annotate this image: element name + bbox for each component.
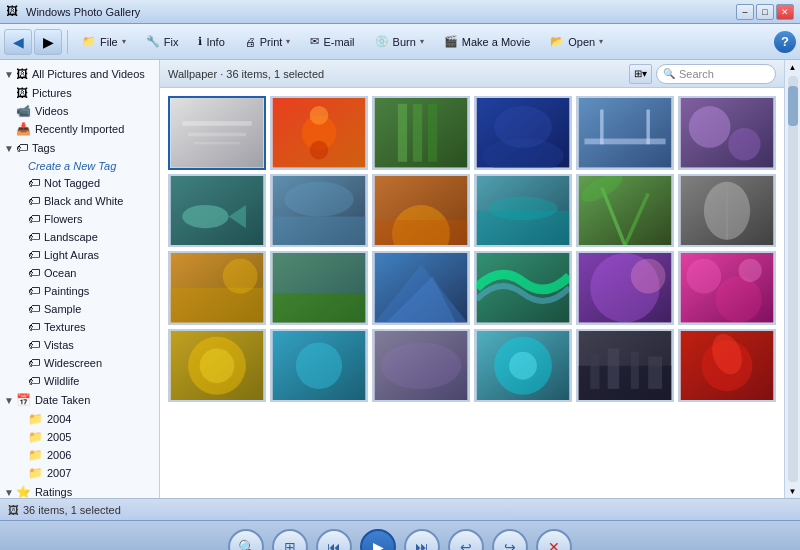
photo-thumb[interactable] xyxy=(678,96,776,170)
photo-thumb[interactable] xyxy=(168,329,266,403)
toolbar-separator-1 xyxy=(67,30,68,54)
photo-thumb[interactable] xyxy=(168,251,266,325)
sidebar-item-recently-imported[interactable]: 📥 Recently Imported xyxy=(0,120,159,138)
close-button[interactable]: ✕ xyxy=(776,4,794,20)
file-label: File xyxy=(100,36,118,48)
svg-point-70 xyxy=(509,351,537,379)
sidebar-item-landscape[interactable]: 🏷 Landscape xyxy=(0,228,159,246)
search-box[interactable]: 🔍 Search xyxy=(656,64,776,84)
open-button[interactable]: 📂 Open ▾ xyxy=(541,28,612,56)
sidebar-item-not-tagged[interactable]: 🏷 Not Tagged xyxy=(0,174,159,192)
photo-thumb[interactable] xyxy=(372,96,470,170)
svg-point-43 xyxy=(223,259,258,294)
photo-thumb[interactable] xyxy=(576,251,674,325)
next-icon: ⏭ xyxy=(415,539,429,551)
photo-thumb[interactable] xyxy=(270,329,368,403)
photo-thumb[interactable] xyxy=(168,174,266,248)
sidebar-item-vistas[interactable]: 🏷 Vistas xyxy=(0,336,159,354)
search-bottom-button[interactable]: 🔍 xyxy=(228,529,264,551)
sidebar-item-2006[interactable]: 📁 2006 xyxy=(0,446,159,464)
sidebar-item-widescreen[interactable]: 🏷 Widescreen xyxy=(0,354,159,372)
prev-button[interactable]: ⏮ xyxy=(316,529,352,551)
sidebar-group-date-taken[interactable]: ▼ 📅 Date Taken xyxy=(0,390,159,410)
svg-rect-30 xyxy=(375,220,468,245)
sidebar-item-black-white[interactable]: 🏷 Black and White xyxy=(0,192,159,210)
sidebar-item-videos[interactable]: 📹 Videos xyxy=(0,102,159,120)
sidebar-item-2007[interactable]: 📁 2007 xyxy=(0,464,159,482)
photo-thumb[interactable] xyxy=(270,251,368,325)
textures-label: Textures xyxy=(44,321,86,333)
photo-thumb[interactable] xyxy=(678,251,776,325)
sidebar-item-ocean[interactable]: 🏷 Ocean xyxy=(0,264,159,282)
svg-point-27 xyxy=(284,181,354,216)
info-icon: ℹ xyxy=(198,35,202,48)
photo-thumb[interactable] xyxy=(474,174,572,248)
sidebar-item-2004[interactable]: 📁 2004 xyxy=(0,410,159,428)
info-button[interactable]: ℹ Info xyxy=(189,28,233,56)
sidebar-item-all-pictures[interactable]: ▼ 🖼 All Pictures and Videos xyxy=(0,64,159,84)
photo-thumb[interactable] xyxy=(576,174,674,248)
calendar-icon: 📅 xyxy=(16,393,31,407)
print-label: Print xyxy=(260,36,283,48)
restore-button[interactable]: □ xyxy=(756,4,774,20)
redo-button[interactable]: ↪ xyxy=(492,529,528,551)
delete-button[interactable]: ✕ xyxy=(536,529,572,551)
burn-button[interactable]: 💿 Burn ▾ xyxy=(366,28,433,56)
back-button[interactable]: ◀ xyxy=(4,29,32,55)
folder-icon: 🖼 xyxy=(16,67,28,81)
sidebar-item-flowers[interactable]: 🏷 Flowers xyxy=(0,210,159,228)
sidebar-group-ratings[interactable]: ▼ ⭐ Ratings xyxy=(0,482,159,498)
widescreen-icon: 🏷 xyxy=(28,356,40,370)
photo-thumb[interactable] xyxy=(678,329,776,403)
photo-thumb[interactable] xyxy=(168,96,266,170)
photo-thumb[interactable] xyxy=(372,329,470,403)
window-title: Windows Photo Gallery xyxy=(26,6,736,18)
wildlife-icon: 🏷 xyxy=(28,374,40,388)
scroll-thumb[interactable] xyxy=(788,86,798,126)
sidebar-item-sample[interactable]: 🏷 Sample xyxy=(0,300,159,318)
sidebar-item-2005[interactable]: 📁 2005 xyxy=(0,428,159,446)
svg-point-56 xyxy=(686,259,721,294)
photo-thumb[interactable] xyxy=(576,329,674,403)
photo-thumb[interactable] xyxy=(474,251,572,325)
scroll-down-button[interactable]: ▼ xyxy=(786,484,800,498)
minimize-button[interactable]: – xyxy=(736,4,754,20)
sidebar-item-textures[interactable]: 🏷 Textures xyxy=(0,318,159,336)
file-menu-button[interactable]: 📁 File ▾ xyxy=(73,28,135,56)
help-button[interactable]: ? xyxy=(774,31,796,53)
status-icon: 🖼 xyxy=(8,504,19,516)
email-icon: ✉ xyxy=(310,35,319,48)
sidebar-group-tags[interactable]: ▼ 🏷 Tags xyxy=(0,138,159,158)
photo-thumb[interactable] xyxy=(372,174,470,248)
photo-thumb[interactable] xyxy=(678,174,776,248)
next-button[interactable]: ⏭ xyxy=(404,529,440,551)
sidebar-item-wildlife[interactable]: 🏷 Wildlife xyxy=(0,372,159,390)
burn-label: Burn xyxy=(393,36,416,48)
sidebar-item-light-auras[interactable]: 🏷 Light Auras xyxy=(0,246,159,264)
pictures-icon: 🖼 xyxy=(16,86,28,100)
photo-thumb[interactable] xyxy=(474,329,572,403)
sidebar-item-create-tag[interactable]: Create a New Tag xyxy=(0,158,159,174)
make-movie-button[interactable]: 🎬 Make a Movie xyxy=(435,28,539,56)
file-icon: 📁 xyxy=(82,35,96,48)
recently-imported-label: Recently Imported xyxy=(35,123,124,135)
print-button[interactable]: 🖨 Print ▾ xyxy=(236,28,300,56)
scroll-up-button[interactable]: ▲ xyxy=(786,60,800,74)
photo-thumb[interactable] xyxy=(270,96,368,170)
photo-thumb[interactable] xyxy=(270,174,368,248)
undo-button[interactable]: ↩ xyxy=(448,529,484,551)
email-button[interactable]: ✉ E-mail xyxy=(301,28,363,56)
print-icon: 🖨 xyxy=(245,36,256,48)
sidebar-item-paintings[interactable]: 🏷 Paintings xyxy=(0,282,159,300)
not-tagged-label: Not Tagged xyxy=(44,177,100,189)
grid-view-button[interactable]: ⊞ xyxy=(272,529,308,551)
photo-thumb[interactable] xyxy=(474,96,572,170)
play-button[interactable]: ▶ xyxy=(360,529,396,551)
fix-button[interactable]: 🔧 Fix xyxy=(137,28,188,56)
sidebar-item-pictures[interactable]: 🖼 Pictures xyxy=(0,84,159,102)
photo-thumb[interactable] xyxy=(576,96,674,170)
svg-rect-10 xyxy=(413,104,422,162)
photo-thumb[interactable] xyxy=(372,251,470,325)
forward-button[interactable]: ▶ xyxy=(34,29,62,55)
view-sort-button[interactable]: ⊞ ▾ xyxy=(629,64,652,84)
